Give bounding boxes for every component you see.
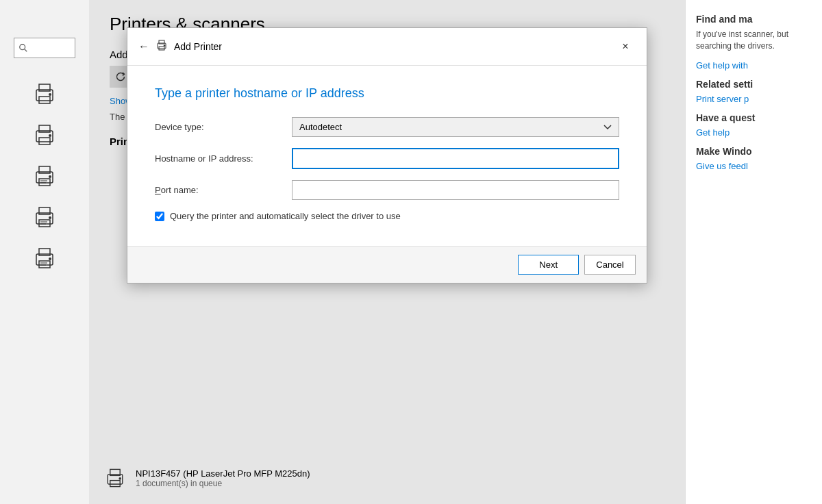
svg-rect-12: [39, 179, 50, 186]
svg-point-25: [49, 257, 51, 260]
port-label-text: Port name:: [155, 185, 199, 195]
dialog-close-button[interactable]: ×: [615, 36, 636, 57]
hostname-label: Hostname or IP address:: [155, 153, 292, 164]
svg-rect-24: [39, 261, 50, 268]
dialog-title-bar: ← Add Printer ×: [127, 28, 647, 66]
add-printer-dialog: ← Add Printer × Type a printer ho: [127, 27, 647, 284]
next-button[interactable]: Next: [518, 255, 579, 275]
find-text: If you've inst scanner, but searching th…: [696, 29, 812, 52]
dialog-overlay: ← Add Printer × Type a printer ho: [89, 0, 685, 504]
query-printer-label[interactable]: Query the printer and automatically sele…: [170, 211, 401, 221]
make-windows-section-title: Make Windo: [696, 146, 812, 157]
printer-icon-3: [31, 162, 58, 190]
hostname-row: Hostname or IP address:: [155, 148, 619, 169]
printer-icon-2: [31, 121, 58, 149]
svg-rect-8: [39, 138, 50, 144]
hostname-control: [292, 148, 619, 169]
query-printer-checkbox[interactable]: [155, 212, 164, 221]
port-name-row: Port name:: [155, 180, 619, 200]
sidebar-printer-4: [0, 198, 89, 236]
find-help-link[interactable]: Get help with: [696, 60, 812, 71]
query-printer-row: Query the printer and automatically sele…: [155, 211, 619, 221]
svg-point-9: [49, 134, 51, 137]
search-box[interactable]: [14, 38, 75, 58]
right-panel: Find and ma If you've inst scanner, but …: [685, 0, 822, 504]
question-section-title: Have a quest: [696, 112, 812, 123]
port-underline-p: P: [155, 185, 161, 195]
svg-point-19: [49, 216, 51, 219]
svg-rect-4: [39, 97, 50, 103]
search-icon: [18, 43, 28, 53]
device-type-control: Autodetect TCP/IP Device Web Services De…: [292, 117, 619, 137]
hostname-input[interactable]: [292, 148, 619, 169]
dialog-printer-icon: [155, 38, 169, 55]
print-server-link[interactable]: Print server p: [696, 94, 812, 104]
dialog-footer: Next Cancel: [127, 246, 647, 283]
sidebar-printer-5: [0, 239, 89, 277]
related-section-title: Related setti: [696, 79, 812, 90]
port-name-input[interactable]: [292, 180, 619, 200]
back-arrow-icon: ←: [138, 40, 149, 53]
port-name-label: Port name:: [155, 185, 292, 195]
port-name-control: [292, 180, 619, 200]
dialog-title-text: Add Printer: [174, 41, 610, 52]
device-type-select[interactable]: Autodetect TCP/IP Device Web Services De…: [292, 117, 619, 137]
close-icon: ×: [622, 40, 628, 53]
svg-point-13: [49, 175, 51, 178]
svg-point-5: [49, 93, 51, 96]
printer-icon-1: [31, 80, 58, 108]
main-content: Printers & scanners Add Show The p Prin …: [89, 0, 685, 504]
svg-line-1: [25, 49, 27, 52]
cancel-button[interactable]: Cancel: [584, 255, 636, 275]
sidebar-printer-3: [0, 157, 89, 195]
get-help-link[interactable]: Get help: [696, 127, 812, 138]
svg-rect-18: [39, 220, 50, 227]
printer-icon-5: [31, 244, 58, 272]
printer-icon-4: [31, 203, 58, 231]
device-type-row: Device type: Autodetect TCP/IP Device We…: [155, 117, 619, 137]
sidebar: [0, 0, 89, 504]
svg-point-35: [164, 45, 166, 47]
svg-point-0: [20, 45, 25, 50]
device-type-label: Device type:: [155, 122, 292, 132]
find-section-title: Find and ma: [696, 14, 812, 25]
dialog-section-title: Type a printer hostname or IP address: [155, 86, 619, 101]
sidebar-printer-2: [0, 116, 89, 154]
dialog-body: Type a printer hostname or IP address De…: [127, 66, 647, 246]
sidebar-printer-1: [0, 75, 89, 113]
give-feedback-link[interactable]: Give us feedl: [696, 161, 812, 171]
dialog-back-button[interactable]: ←: [138, 40, 149, 53]
